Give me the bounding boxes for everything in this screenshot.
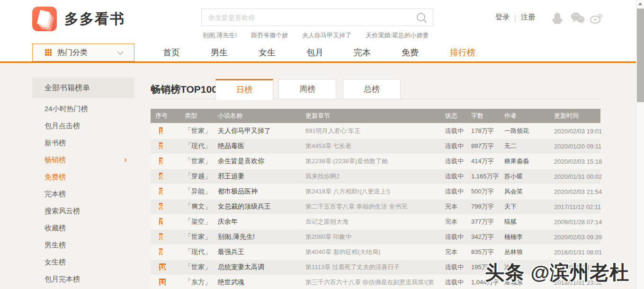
scrollbar-thumb[interactable] xyxy=(637,9,644,102)
chapter-link[interactable]: 我来找你啊2 xyxy=(305,172,445,181)
table-row: 9 「现代」 最强兵王 第4040章:新的征程(大结局) 完本 835万字 丛林… xyxy=(151,245,600,259)
sidebar-item-search-trend[interactable]: 搜索风云榜 xyxy=(32,202,134,219)
updated-cell: 2009/01/28 07:14 xyxy=(554,219,600,226)
ranking-sidebar: 24小时热门榜 包月点击榜 新书榜 畅销榜 › 免费榜 完本榜 搜索风云榜 收藏… xyxy=(32,100,134,288)
book-title-link[interactable]: 邪王追妻 xyxy=(218,172,305,181)
book-title-link[interactable]: 绝世武魂 xyxy=(218,278,305,287)
tab-daily[interactable]: 日榜 xyxy=(215,79,273,100)
book-title-link[interactable]: 余生皆是喜欢你 xyxy=(218,157,305,166)
col-header-author: 作者 xyxy=(504,112,554,120)
rank-cell: 5 xyxy=(155,187,185,196)
status-cell: 连载中 xyxy=(445,127,471,135)
status-cell: 完本 xyxy=(445,218,471,226)
wordcount-cell: 799万字 xyxy=(471,202,504,211)
status-cell: 完本 xyxy=(445,248,471,256)
nav-item-free[interactable]: 免费 xyxy=(402,44,419,61)
updated-cell: 2020/02/03 15:18 xyxy=(554,158,600,165)
sidebar-item-24h-hot[interactable]: 24小时热门榜 xyxy=(32,100,134,117)
sidebar-item-finished[interactable]: 完本榜 xyxy=(32,185,134,202)
nav-item-rankings[interactable]: 排行榜 xyxy=(450,44,475,61)
wordcount-cell: 342万字 xyxy=(471,233,504,241)
book-title-link[interactable]: 别闹,薄先生! xyxy=(218,233,305,241)
tab-total[interactable]: 总榜 xyxy=(343,79,401,99)
chevron-right-icon: › xyxy=(124,151,127,167)
book-title-link[interactable]: 最强兵王 xyxy=(218,248,305,256)
chapter-link[interactable]: 第4453章 七长老 xyxy=(305,142,445,150)
updated-cell: 2020/02/03 09:39 xyxy=(554,234,600,241)
nav-item-home[interactable]: 首页 xyxy=(163,44,180,61)
rank-badge: 10 xyxy=(159,263,166,271)
type-cell: 「世家」 xyxy=(185,263,218,271)
sidebar-title: 全部书籍榜单 xyxy=(32,78,134,98)
sidebar-item-monthly-finished[interactable]: 包月完本榜 xyxy=(32,271,134,288)
sidebar-item-female[interactable]: 女生榜 xyxy=(32,254,134,271)
sidebar-item-bestsellers[interactable]: 畅销榜 › xyxy=(32,151,134,168)
book-title-link[interactable]: 女总裁的顶级兵王 xyxy=(218,202,305,211)
chapter-link[interactable]: 691明月入君心:车王 xyxy=(305,127,445,135)
type-cell: 「穿越」 xyxy=(185,172,218,181)
qq-icon[interactable] xyxy=(552,12,563,24)
chapter-link[interactable]: 第1113章 过着死了丈夫的活寡日子 xyxy=(305,263,445,271)
hot-search-link[interactable]: 夫人你马甲又掉了 xyxy=(302,31,351,40)
type-cell: 「东方」 xyxy=(185,278,218,287)
sidebar-item-monthly-clicks[interactable]: 包月点击榜 xyxy=(32,117,134,134)
register-link[interactable]: 注册 xyxy=(521,13,535,22)
search-input[interactable] xyxy=(202,9,433,26)
chapter-link[interactable]: 第二千五百零八章 幸福的生活 全书完 xyxy=(305,202,445,211)
type-cell: 「世家」 xyxy=(185,233,218,241)
scroll-up-arrow-icon[interactable] xyxy=(638,2,642,5)
col-header-time: 更新时间 xyxy=(554,112,600,120)
site-logo[interactable]: 多多看书 xyxy=(32,7,125,31)
hot-search-link[interactable]: 天价宠婚:霍总的小娇妻 xyxy=(366,31,429,40)
rank-badge: 2 xyxy=(159,142,162,149)
col-header-status: 状态 xyxy=(445,112,471,120)
browser-scrollbar[interactable] xyxy=(636,0,644,289)
hot-search-link[interactable]: 别闹,薄先生! xyxy=(203,31,237,40)
wordcount-cell: 178万字 xyxy=(471,127,504,135)
book-title-link[interactable]: 庆余年 xyxy=(218,218,305,226)
nav-item-monthly[interactable]: 包月 xyxy=(306,44,323,61)
search-box xyxy=(201,9,433,26)
wechat-icon[interactable] xyxy=(571,12,585,24)
sidebar-item-free[interactable]: 免费榜 xyxy=(32,168,134,185)
rank-cell: 2 xyxy=(155,141,185,151)
weibo-icon[interactable] xyxy=(590,12,603,24)
author-cell: 丛林狼 xyxy=(504,248,554,256)
chapter-link[interactable]: 第2238章:(2238章)是他救了她 xyxy=(305,157,445,166)
status-cell: 连载中 xyxy=(445,172,471,181)
rank-badge: 7 xyxy=(159,218,162,225)
nav-item-finished[interactable]: 完本 xyxy=(354,44,371,61)
wordcount-cell: 897万字 xyxy=(471,142,504,150)
login-link[interactable]: 登录 xyxy=(495,13,510,22)
book-title-link[interactable]: 都市极品医神 xyxy=(218,187,305,196)
type-cell: 「现代」 xyxy=(185,248,218,256)
chapter-link[interactable]: 后记之面朝大海 xyxy=(305,218,445,226)
updated-cell: 2017/11/12 02:11 xyxy=(554,203,600,210)
nav-items: 首页 男生 女生 包月 完本 免费 排行榜 xyxy=(0,44,644,61)
author-cell: 风会笑 xyxy=(504,187,554,196)
chapter-link[interactable]: 第4040章:新的征程(大结局) xyxy=(305,248,445,256)
col-header-chapter: 更新章节 xyxy=(305,112,445,120)
table-row: 3 「世家」 余生皆是喜欢你 第2238章:(2238章)是他救了她 连载中 4… xyxy=(151,154,600,168)
nav-item-male[interactable]: 男生 xyxy=(211,44,228,61)
book-title-link[interactable]: 夫人你马甲又掉了 xyxy=(218,127,305,135)
tab-weekly[interactable]: 周榜 xyxy=(278,79,336,99)
wordcount-cell: 1,165万字 xyxy=(471,172,504,181)
hot-search-link[interactable]: 跟乔爷撒个娇 xyxy=(251,31,288,40)
chapter-link[interactable]: 第三千六百六十八章 你仿佛是在刻意逗我笑!(第 xyxy=(305,278,445,287)
wordcount-cell: 414万字 xyxy=(471,157,504,166)
rank-badge: 11 xyxy=(159,279,166,286)
chapter-link[interactable]: 第2080章 印象中 xyxy=(305,233,445,241)
sidebar-item-favorites[interactable]: 收藏榜 xyxy=(32,219,134,236)
nav-item-female[interactable]: 女生 xyxy=(259,44,276,61)
rank-cell: 7 xyxy=(155,217,185,227)
rank-cell: 9 xyxy=(155,247,185,257)
chapter-link[interactable]: 第2418章 八方相助!(八更送上!) xyxy=(305,187,445,196)
book-title-link[interactable]: 总统宠妻太高调 xyxy=(218,263,305,271)
sidebar-item-new-books[interactable]: 新书榜 xyxy=(32,134,134,151)
rank-badge: 5 xyxy=(159,188,162,195)
book-title-link[interactable]: 绝品毒医 xyxy=(218,142,305,150)
search-icon[interactable] xyxy=(416,12,428,24)
author-cell: 糖果淼淼 xyxy=(504,157,554,166)
sidebar-item-male[interactable]: 男生榜 xyxy=(32,236,134,254)
